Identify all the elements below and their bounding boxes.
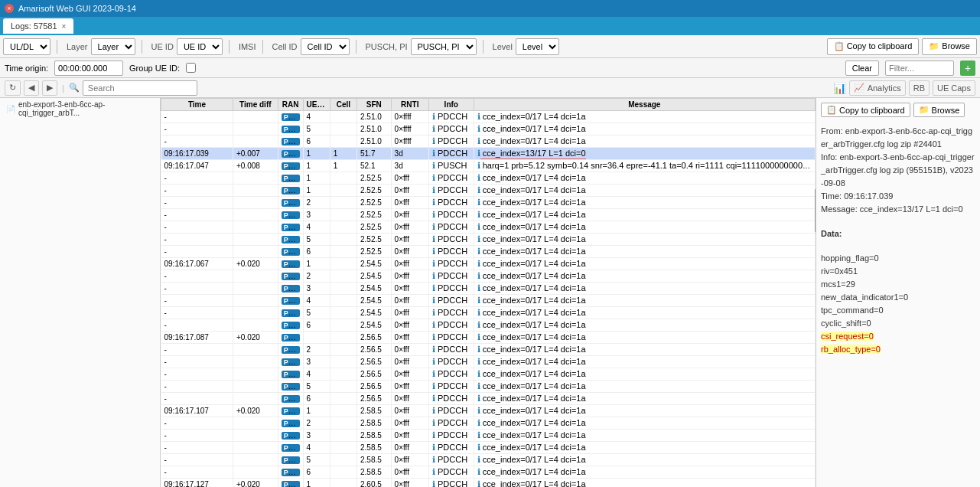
time-origin-input[interactable] — [54, 60, 123, 76]
message-text: cce_index=0/17 L=4 dci=1a — [480, 381, 586, 391]
search-icon: 🔍 — [69, 83, 80, 93]
ran-badge: PHY — [282, 322, 301, 329]
table-row[interactable]: 09:16:17.107+0.020PHY12.58.50×fffℹ PDCCH… — [161, 405, 816, 417]
search-input[interactable] — [83, 80, 197, 96]
copy-button[interactable]: 📋 Copy to clipboard — [821, 103, 910, 117]
rnti-cell: 0×fff — [391, 466, 428, 479]
message-cell: ℹ cce_index=0/17 L=4 dci=1a — [474, 258, 815, 270]
table-row[interactable]: 09:16:17.039+0.007PHY1151.73dℹ PDCCHℹ cc… — [161, 148, 816, 160]
file-tree-item[interactable]: 📄 enb-export-3-enb-6cc-ap-cqi_trigger_ar… — [0, 98, 160, 119]
table-row[interactable]: -PHY42.54.50×fffℹ PDCCHℹ cce_index=0/17 … — [161, 295, 816, 307]
table-row[interactable]: -PHY62.56.50×fffℹ PDCCHℹ cce_index=0/17 … — [161, 393, 816, 405]
table-row[interactable]: -PHY32.52.50×fffℹ PDCCHℹ cce_index=0/17 … — [161, 209, 816, 221]
message-text: cce_index=0/17 L=4 dci=1a — [480, 467, 586, 476]
table-row[interactable]: -PHY22.52.50×fffℹ PDCCHℹ cce_index=0/17 … — [161, 197, 816, 209]
message-text: cce_index=0/17 L=4 dci=1a — [480, 259, 586, 268]
refresh-button[interactable]: ↻ — [5, 80, 21, 96]
filter-input[interactable] — [885, 60, 954, 76]
close-button[interactable]: × — [5, 4, 14, 13]
table-row[interactable]: -PHY52.51.00×ffffℹ PDCCHℹ cce_index=0/17… — [161, 123, 816, 136]
col-sfn-header: SFN — [357, 99, 391, 111]
copy-clipboard-button[interactable]: 📋 Copy to clipboard — [827, 38, 920, 55]
level-dropdown[interactable]: Level — [516, 38, 559, 55]
table-row[interactable]: -PHY42.51.00×ffffℹ PDCCHℹ cce_index=0/17… — [161, 111, 816, 123]
table-row[interactable]: -PHY52.56.50×fffℹ PDCCHℹ cce_index=0/17 … — [161, 381, 816, 393]
table-row[interactable]: -PHY32.54.50×fffℹ PDCCHℹ cce_index=0/17 … — [161, 283, 816, 295]
table-row[interactable]: -PHY32.56.50×fffℹ PDCCHℹ cce_index=0/17 … — [161, 356, 816, 368]
rnti-cell: 0×fff — [391, 307, 428, 319]
message-cell: ℹ cce_index=0/17 L=4 dci=1a — [474, 221, 815, 234]
table-row[interactable]: -PHY22.54.50×fffℹ PDCCHℹ cce_index=0/17 … — [161, 270, 816, 283]
sfn-cell: 2.58.5 — [357, 466, 391, 479]
layer-dropdown[interactable]: Layer — [91, 38, 135, 55]
browse-btn-right[interactable]: 📁 Browse — [913, 103, 965, 117]
table-row[interactable]: -PHY12.52.50×fffℹ PDCCHℹ cce_index=0/17 … — [161, 185, 816, 197]
info-text: PDCCH — [435, 112, 467, 121]
add-filter-button[interactable]: + — [960, 60, 975, 76]
time-cell: - — [161, 356, 233, 368]
table-row[interactable]: -PHY62.54.50×fffℹ PDCCHℹ cce_index=0/17 … — [161, 319, 816, 332]
ran-cell: PHY — [278, 332, 303, 344]
table-row[interactable]: -PHY52.54.50×fffℹ PDCCHℹ cce_index=0/17 … — [161, 307, 816, 319]
ueid-label: UE ID — [151, 42, 174, 51]
uecaps-button[interactable]: UE Caps — [933, 80, 975, 96]
info-cell: ℹ PDCCH — [428, 295, 474, 307]
ueid-cell: 4 — [303, 111, 330, 123]
ran-cell: PHY — [278, 270, 303, 283]
cell-cell — [330, 356, 357, 368]
rnti-cell: 0×ffff — [391, 123, 428, 136]
table-row[interactable]: 09:16:17.127+0.020PHY12.60.50×fffℹ PDCCH… — [161, 479, 816, 488]
ran-cell: PHY — [278, 393, 303, 405]
info-cell: ℹ PUSCH — [428, 160, 474, 172]
tab-logs[interactable]: Logs: 57581 × — [3, 18, 73, 34]
cellid-dropdown[interactable]: Cell ID — [301, 38, 350, 55]
message-text: cce_index=0/17 L=4 dci=1a — [480, 198, 586, 207]
table-row[interactable]: 09:16:17.067+0.020PHY12.54.50×fffℹ PDCCH… — [161, 258, 816, 270]
info-cell: ℹ PDCCH — [428, 123, 474, 136]
nav-back-button[interactable]: ◀ — [24, 80, 39, 96]
message-cell: ℹ cce_index=0/17 L=4 dci=1a — [474, 356, 815, 368]
sfn-cell: 2.52.5 — [357, 185, 391, 197]
table-row[interactable]: -PHY12.52.50×fffℹ PDCCHℹ cce_index=0/17 … — [161, 172, 816, 185]
ran-cell: PHY — [278, 356, 303, 368]
info-text: PDCCH — [435, 308, 467, 317]
message-line: Message: cce_index=13/17 L=1 dci=0 — [821, 204, 963, 214]
table-row[interactable]: -PHY22.56.50×fffℹ PDCCHℹ cce_index=0/17 … — [161, 344, 816, 356]
ran-badge: PHY — [282, 371, 301, 378]
ran-cell: PHY — [278, 160, 303, 172]
info-text: PDCCH — [435, 234, 467, 244]
table-row[interactable]: -PHY62.51.00×ffffℹ PDCCHℹ cce_index=0/17… — [161, 136, 816, 148]
table-row[interactable]: -PHY52.58.50×fffℹ PDCCHℹ cce_index=0/17 … — [161, 454, 816, 466]
tab-close-icon[interactable]: × — [62, 22, 67, 31]
group-ueid-checkbox[interactable] — [186, 63, 196, 73]
clear-button[interactable]: Clear — [845, 60, 879, 76]
analytics-button[interactable]: 📈 Analytics — [849, 80, 906, 96]
table-row[interactable]: -PHY42.56.50×fffℹ PDCCHℹ cce_index=0/17 … — [161, 368, 816, 381]
ueid-dropdown[interactable]: UE ID — [177, 38, 223, 55]
table-row[interactable]: -PHY32.58.50×fffℹ PDCCHℹ cce_index=0/17 … — [161, 430, 816, 442]
time-line: Time: 09:16:17.039 — [821, 191, 893, 201]
mode-dropdown[interactable]: UL/DL — [3, 38, 50, 55]
rb-button[interactable]: RB — [909, 80, 930, 96]
table-row[interactable]: -PHY62.58.50×fffℹ PDCCHℹ cce_index=0/17 … — [161, 466, 816, 479]
ran-badge: PHY — [282, 273, 301, 280]
time-toolbar: Time origin: Group UE ID: Clear + — [0, 58, 980, 78]
browse-button[interactable]: 📁 Browse — [922, 38, 977, 55]
table-row[interactable]: -PHY42.52.50×fffℹ PDCCHℹ cce_index=0/17 … — [161, 221, 816, 234]
ran-badge: PHY — [282, 211, 301, 219]
log-table-wrapper[interactable]: Frame: 2.52.1 Cell: #1 Time Time diff RA… — [161, 98, 816, 487]
nav-forward-button[interactable]: ▶ — [42, 80, 57, 96]
table-row[interactable]: 09:16:17.087+0.020PHY2.56.50×fffℹ PDCCHℹ… — [161, 332, 816, 344]
table-row[interactable]: -PHY52.52.50×fffℹ PDCCHℹ cce_index=0/17 … — [161, 234, 816, 246]
table-row[interactable]: -PHY62.52.50×fffℹ PDCCHℹ cce_index=0/17 … — [161, 246, 816, 258]
table-row[interactable]: 09:16:17.047+0.008PHY1152.13dℹ PUSCHℹ ha… — [161, 160, 816, 172]
info-text: PDCCH — [435, 443, 467, 452]
time-cell: - — [161, 234, 233, 246]
info-dropdown[interactable]: PUSCH, PI — [411, 38, 477, 55]
sfn-cell: 2.54.5 — [357, 295, 391, 307]
from-line: From: enb-export-3-enb-6cc-ap-cqi_trigge… — [821, 126, 972, 149]
table-row[interactable]: -PHY42.58.50×fffℹ PDCCHℹ cce_index=0/17 … — [161, 442, 816, 454]
copy-icon: 📋 — [826, 105, 837, 115]
sfn-cell: 2.60.5 — [357, 479, 391, 488]
table-row[interactable]: -PHY22.58.50×fffℹ PDCCHℹ cce_index=0/17 … — [161, 417, 816, 430]
